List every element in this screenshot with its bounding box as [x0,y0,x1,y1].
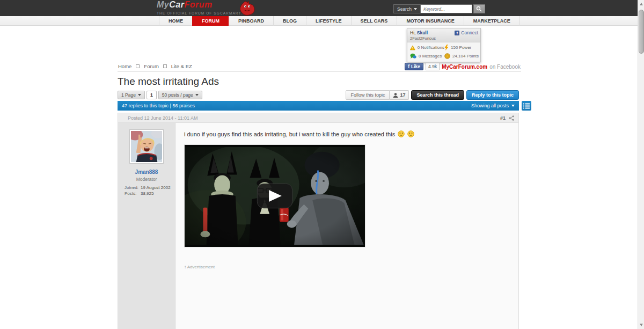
embedded-video[interactable] [184,144,365,247]
posts-per-page-dropdown[interactable]: 50 posts / page [158,91,202,99]
points-icon [444,53,450,59]
breadcrumb: Home Forum Lite & EZ [118,63,192,69]
user-panel-header: Hi, Skull 2Fast2Furious f Connect [407,28,480,42]
topic-controls: 1 Page 1 50 posts / page Follow this top… [118,90,519,100]
post-number[interactable]: #1 [500,115,506,121]
breadcrumb-lite-ez[interactable]: Lite & EZ [171,63,192,69]
play-button-icon [257,184,292,208]
video-thumbnail [185,145,365,247]
author-joined-row: Joined: 19 August 2002 [118,185,175,191]
page-1-button[interactable]: 1 [147,91,157,99]
nav-item-blog[interactable]: BLOG [273,16,306,26]
facebook-icon: f [455,31,459,35]
nav-item-motor-insurance[interactable]: MOTOR INSURANCE [397,16,463,26]
pagination: 1 Page 1 50 posts / page [118,91,202,99]
share-icon[interactable] [509,115,514,121]
header-search: Search [393,4,485,13]
search-scope-label: Search [397,6,412,12]
facebook-suffix-text: on Facebook [489,64,521,70]
power-icon [444,45,449,50]
author-role: Moderator [118,177,175,182]
reply-topic-button[interactable]: Reply to this topic [466,90,519,100]
post-1: Posted 12 June 2014 - 11:01 AM #1 [118,113,519,329]
nav-item-marketplace[interactable]: MARKETPLACE [464,16,520,26]
messages-link[interactable]: 0 Messages [410,53,444,59]
search-input[interactable] [421,4,472,13]
post-list-view-button[interactable] [522,101,531,111]
username-link[interactable]: Skull [417,30,428,35]
author-posts-row: Posts: 38,925 [118,191,175,196]
search-scope-dropdown[interactable]: Search [393,4,421,13]
facebook-like-count: 4.9k [426,63,440,70]
chevron-down-icon [414,8,417,10]
chevron-down-icon [195,94,199,96]
advertisement-label: ↕ Advertisement [184,265,510,269]
post-message: i duno if you guys find this ads irritat… [184,130,510,137]
search-submit-button[interactable] [473,4,485,13]
search-thread-button[interactable]: Search this thread [411,90,464,100]
neutral-smiley-icon [407,130,414,137]
neutral-smiley-icon [398,130,405,137]
messages-icon [410,53,416,59]
nav-item-sell-cars[interactable]: SELL CARS [351,16,397,26]
nav-item-home[interactable]: HOME [159,16,192,26]
pages-dropdown[interactable]: 1 Page [118,91,145,99]
nav-item-pinboard[interactable]: PINBOARD [229,16,273,26]
author-meta: Joined: 19 August 2002 Posts: 38,925 [118,185,175,196]
facebook-icon: f [408,64,409,69]
topic-stats-bar: 47 replies to this topic | 56 praises Sh… [118,101,519,111]
breadcrumb-separator-icon [163,64,167,68]
post-content: i duno if you guys find this ads irritat… [175,123,518,329]
breadcrumb-forum[interactable]: Forum [144,63,158,69]
top-header-bar: MyCarForum THE OFFICIAL FORUM OF SGCARMA… [0,0,638,16]
scroll-down-arrow-icon[interactable] [640,324,643,326]
follow-topic-button[interactable]: Follow this topic [346,90,390,100]
showing-posts-dropdown[interactable]: Showing all posts [471,103,515,108]
chevron-down-icon [138,94,141,96]
mascot-icon [238,0,256,18]
search-icon [476,6,482,12]
nav-items: HOME FORUM PINBOARD BLOG LIFESTYLE SELL … [159,16,520,26]
warning-icon [410,45,415,50]
replies-praises-text: 47 replies to this topic | 56 praises [122,103,195,108]
nav-item-lifestyle[interactable]: LIFESTYLE [306,16,351,26]
post-date: Posted 12 June 2014 - 11:01 AM [128,115,197,121]
main-navbar: HOME FORUM PINBOARD BLOG LIFESTYLE SELL … [0,16,638,26]
facebook-connect-button[interactable]: f Connect [455,30,478,35]
author-posts-value: 38,925 [141,191,153,196]
post-body: Jman888 Moderator Joined: 19 August 2002… [118,123,518,329]
topic-title: The most irritating Ads [118,76,219,87]
page-scrollbar[interactable] [638,0,644,329]
post-header-right: #1 [500,115,514,121]
followers-icon [393,93,398,98]
post-header: Posted 12 June 2014 - 11:01 AM #1 [118,113,518,123]
user-stats: 0 Notifications 150 Power 0 Messages 24,… [407,42,480,62]
breadcrumb-home[interactable]: Home [118,63,131,69]
power-indicator[interactable]: 150 Power [444,45,479,50]
author-name[interactable]: Jman888 [118,169,175,175]
forum-page: MyCarForum THE OFFICIAL FORUM OF SGCARMA… [0,0,644,329]
follow-group: Follow this topic 17 [346,90,409,100]
facebook-like-bar: f Like 4.9k MyCarForum.com on Facebook [405,63,521,70]
chevron-down-icon [511,105,515,107]
notifications-link[interactable]: 0 Notifications [410,45,444,50]
user-panel: Hi, Skull 2Fast2Furious f Connect 0 Noti… [407,28,481,62]
scrollbar-thumb[interactable] [639,10,644,54]
author-column: Jman888 Moderator Joined: 19 August 2002… [118,123,175,329]
author-joined-value: 19 August 2002 [141,185,171,190]
header-divider [118,71,521,72]
breadcrumb-separator-icon [136,64,140,68]
facebook-page-link[interactable]: MyCarForum.com [442,64,487,70]
avatar[interactable] [129,129,164,164]
scroll-up-arrow-icon[interactable] [640,3,643,5]
list-icon [523,103,530,109]
nav-item-forum[interactable]: FORUM [192,16,229,26]
topic-actions: Follow this topic 17 Search this thread … [346,90,519,100]
points-indicator[interactable]: 24,104 Points [444,53,479,59]
followers-count-button[interactable]: 17 [390,90,409,100]
user-subtitle: 2Fast2Furious [410,36,478,41]
facebook-like-button[interactable]: f Like [405,63,423,70]
